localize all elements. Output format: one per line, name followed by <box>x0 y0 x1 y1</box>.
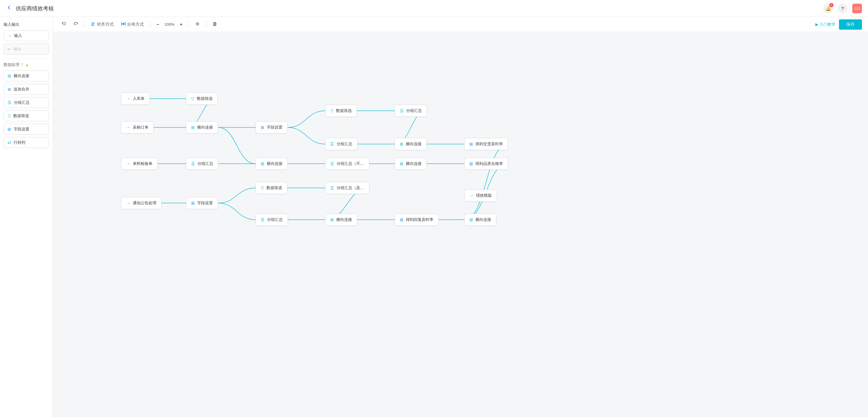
flow-node-n21[interactable]: ☰分组汇总 <box>255 214 288 226</box>
sidebar-item-shujux[interactable]: ▽ 数据筛选 <box>4 111 49 121</box>
back-button[interactable] <box>6 4 12 12</box>
node-icon-n6: ▽ <box>330 108 334 113</box>
user-avatar[interactable]: CO <box>852 4 862 13</box>
flow-node-n9[interactable]: ⊞横向连接 <box>395 138 427 150</box>
sidebar-input-label: 输入 <box>14 33 22 38</box>
fenz-icon: ☰ <box>7 100 11 105</box>
node-icon-n15: ⊞ <box>400 161 403 166</box>
delete-icon <box>212 22 217 27</box>
node-icon-n20: ☰ <box>330 185 334 190</box>
flow-node-n22[interactable]: ⊞横向连接 <box>325 214 357 226</box>
main-layout: 输入输出 → 输入 ↩ 输出 数据处理 ? ▲ ⊞ 横向连接 ⊕ 追加合并 ☰ … <box>0 17 868 417</box>
sidebar-item-ziduan[interactable]: ⊞ 字段设置 <box>4 124 49 135</box>
ziduan-label: 字段设置 <box>13 126 29 132</box>
sidebar-item-output[interactable]: ↩ 输出 <box>4 43 49 55</box>
header-left: 供应商绩效考核 <box>6 4 54 12</box>
redo-icon <box>73 22 78 27</box>
save-button[interactable]: 保存 <box>839 19 862 30</box>
sidebar-item-zhuijia[interactable]: ⊕ 追加合并 <box>4 84 49 95</box>
flow-node-n23[interactable]: ⊞得到回复及时率 <box>395 214 438 226</box>
canvas: →入库单▽数据筛选→采购订单⊞横向连接⊞字段设置▽数据筛选☰分组汇总☰分组汇总⊞… <box>53 32 868 304</box>
sidebar-item-heng[interactable]: ⊞ 横向连接 <box>4 70 49 81</box>
svg-rect-0 <box>91 23 95 23</box>
toolbar-sep-1 <box>84 22 85 28</box>
flow-node-n3[interactable]: →采购订单 <box>121 121 154 133</box>
sidebar: 输入输出 → 输入 ↩ 输出 数据处理 ? ▲ ⊞ 横向连接 ⊕ 追加合并 ☰ … <box>0 17 53 417</box>
node-icon-n25: ⊞ <box>469 217 473 222</box>
zhuijia-label: 追加合并 <box>13 87 29 92</box>
header: 供应商绩效考核 🔔 1 ? CO <box>0 0 868 17</box>
node-icon-n3: → <box>126 125 130 130</box>
flow-node-n14[interactable]: ☰分组汇总（不… <box>325 158 369 170</box>
node-icon-n14: ☰ <box>330 161 334 166</box>
hangz-label: 行转列 <box>13 140 25 145</box>
align-button[interactable]: 对齐方式 <box>88 20 116 28</box>
node-icon-n21: ☰ <box>261 217 265 222</box>
flow-node-n7[interactable]: ☰分组汇总 <box>395 105 427 117</box>
sidebar-item-fenz[interactable]: ☰ 分组汇总 <box>4 97 49 108</box>
output-arrow-icon: ↩ <box>7 47 11 52</box>
ziduan-icon: ⊞ <box>7 127 11 131</box>
node-label-n7: 分组汇总 <box>406 108 422 114</box>
flow-node-n5[interactable]: ⊞字段设置 <box>255 121 288 133</box>
node-icon-n19: ▽ <box>261 185 264 190</box>
svg-rect-1 <box>91 24 94 25</box>
toolbar-sep-2 <box>150 22 150 28</box>
flow-node-n25[interactable]: ⊞横向连接 <box>464 214 496 226</box>
processing-warning-icon: ▲ <box>25 63 29 67</box>
play-icon: ▶ <box>815 22 818 27</box>
svg-rect-5 <box>123 23 124 25</box>
flow-node-n16[interactable]: ⊞得到品质合格率 <box>464 158 508 170</box>
flow-node-n12[interactable]: ☰分组汇总 <box>186 158 218 170</box>
node-label-n10: 得到交货及时率 <box>475 141 503 147</box>
node-label-n9: 横向连接 <box>406 141 422 147</box>
node-label-n5: 字段设置 <box>267 125 282 130</box>
canvas-wrapper[interactable]: →入库单▽数据筛选→采购订单⊞横向连接⊞字段设置▽数据筛选☰分组汇总☰分组汇总⊞… <box>53 32 868 417</box>
processing-help-icon[interactable]: ? <box>21 63 23 67</box>
help-icon-btn[interactable]: ? <box>838 4 847 13</box>
toolbar: 对齐方式 分布方式 − 100% + <box>53 17 868 32</box>
node-icon-n8: ☰ <box>330 142 334 146</box>
connection-n5-n8 <box>288 127 325 144</box>
flow-node-n19[interactable]: ▽数据筛选 <box>255 182 287 194</box>
connection-n5-n6 <box>288 111 325 127</box>
zoom-minus-button[interactable]: − <box>154 21 161 28</box>
undo-button[interactable] <box>59 20 69 28</box>
connection-n18-n19 <box>218 188 255 203</box>
flow-node-n15[interactable]: ⊞横向连接 <box>395 158 427 170</box>
locate-button[interactable] <box>193 20 202 28</box>
shujux-label: 数据筛选 <box>13 113 29 119</box>
flow-node-n8[interactable]: ☰分组汇总 <box>325 138 358 150</box>
hangz-icon: ⇄ <box>7 140 11 145</box>
zoom-value: 100% <box>163 22 176 27</box>
delete-button[interactable] <box>210 20 220 28</box>
redo-button[interactable] <box>71 20 81 28</box>
connections-svg <box>53 32 868 304</box>
bell-icon-btn[interactable]: 🔔 1 <box>823 4 833 13</box>
distribute-button[interactable]: 分布方式 <box>119 20 146 28</box>
flow-node-n6[interactable]: ▽数据筛选 <box>325 105 357 117</box>
flow-node-n4[interactable]: ⊞横向连接 <box>186 121 218 133</box>
flow-node-n11[interactable]: →来料检验单 <box>121 158 158 170</box>
svg-rect-4 <box>125 22 125 26</box>
flow-node-n2[interactable]: ▽数据筛选 <box>186 93 218 105</box>
node-label-n6: 数据筛选 <box>336 108 352 114</box>
node-label-n4: 横向连接 <box>197 125 213 130</box>
node-label-n24: 绩效模版 <box>476 193 492 198</box>
node-label-n11: 来料检验单 <box>133 161 152 167</box>
flow-node-n24[interactable]: →绩效模版 <box>464 189 497 202</box>
flow-node-n18[interactable]: ⊞字段设置 <box>186 197 218 209</box>
flow-node-n1[interactable]: →入库单 <box>121 93 150 105</box>
node-label-n16: 得到品质合格率 <box>475 161 503 167</box>
intro-label: 入门教学 <box>819 22 835 27</box>
sidebar-item-input[interactable]: → 输入 <box>4 30 49 41</box>
flow-node-n13[interactable]: ⊞横向连接 <box>255 158 288 170</box>
flow-node-n10[interactable]: ⊞得到交货及时率 <box>464 138 508 150</box>
flow-node-n20[interactable]: ☰分组汇总（及… <box>325 182 369 194</box>
sidebar-item-hangz[interactable]: ⇄ 行转列 <box>4 137 49 148</box>
intro-button[interactable]: ▶ 入门教学 <box>815 22 835 27</box>
zoom-plus-button[interactable]: + <box>177 21 185 28</box>
node-icon-n22: ⊞ <box>330 217 334 222</box>
flow-node-n17[interactable]: →通知公告处理 <box>121 197 161 209</box>
node-icon-n17: → <box>126 201 130 206</box>
